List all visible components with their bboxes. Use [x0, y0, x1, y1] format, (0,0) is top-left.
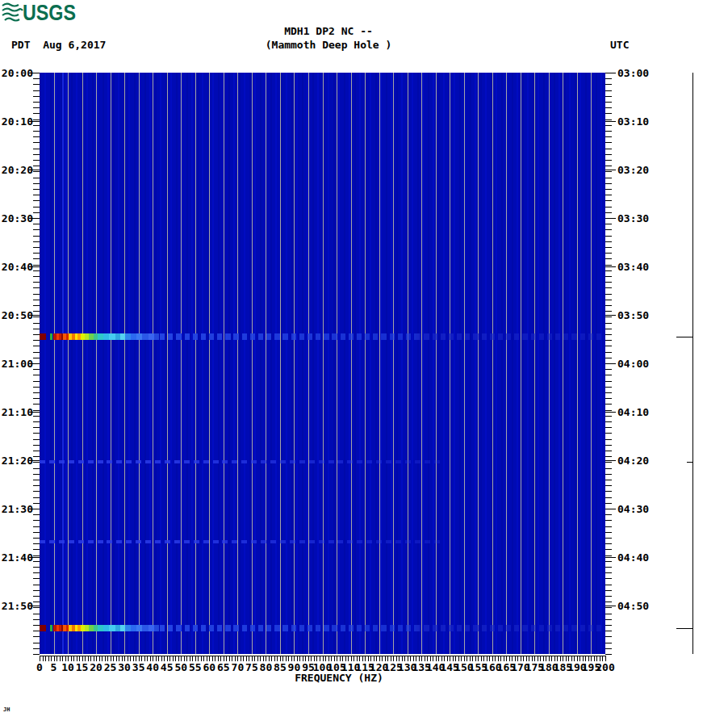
right-axis-minor-tick	[605, 340, 612, 341]
frequency-minor-tick	[554, 656, 555, 661]
frequency-minor-tick	[323, 656, 324, 661]
right-axis-minor-tick	[605, 166, 612, 166]
right-axis-minor-tick	[605, 410, 612, 411]
event-band-segment	[250, 625, 255, 631]
frequency-gridline	[68, 73, 69, 654]
event-band-segment	[373, 625, 378, 631]
event-band-segment	[59, 460, 65, 463]
frequency-minor-tick	[192, 656, 193, 661]
frequency-minor-tick	[90, 656, 91, 661]
event-band-segment	[347, 460, 353, 463]
right-axis-minor-tick	[605, 270, 612, 271]
frequency-gridline	[294, 73, 295, 654]
left-axis-minor-tick	[33, 567, 40, 568]
frequency-minor-tick	[413, 656, 414, 661]
frequency-gridline	[492, 73, 493, 654]
event-band-segment	[457, 333, 462, 340]
frequency-minor-tick	[128, 656, 128, 661]
event-band-segment	[266, 625, 271, 631]
event-band-segment	[194, 460, 199, 463]
frequency-gridline	[534, 73, 535, 654]
frequency-minor-tick	[433, 656, 433, 661]
frequency-minor-tick	[305, 656, 306, 661]
event-band-segment	[274, 625, 279, 631]
event-band-segment	[59, 540, 65, 543]
event-band-weak	[40, 540, 605, 543]
frequency-minor-tick	[399, 656, 400, 661]
event-band-segment	[201, 333, 206, 340]
event-band-segment	[131, 625, 136, 631]
frequency-minor-tick	[370, 656, 371, 661]
left-axis-minor-tick	[33, 543, 40, 544]
right-axis-minor-tick	[605, 294, 612, 295]
frequency-minor-tick	[500, 656, 501, 661]
frequency-gridline	[266, 73, 266, 654]
event-band-segment	[415, 540, 420, 543]
event-band-segment	[328, 540, 334, 543]
right-axis-minor-tick	[605, 102, 612, 103]
frequency-minor-tick	[427, 656, 428, 661]
event-band-segment	[109, 625, 115, 631]
right-axis-time-label: 03:00	[617, 68, 649, 78]
left-axis-minor-tick	[33, 131, 40, 132]
event-band-segment	[434, 460, 440, 463]
frequency-minor-tick	[374, 656, 374, 661]
event-band-segment	[332, 625, 337, 631]
frequency-minor-tick	[351, 656, 352, 661]
frequency-minor-tick	[487, 656, 487, 661]
left-axis-minor-tick	[33, 107, 40, 108]
frequency-minor-tick	[560, 656, 561, 661]
detection-event-tick	[676, 628, 692, 629]
frequency-minor-tick	[218, 656, 219, 661]
frequency-minor-tick	[404, 656, 405, 661]
event-band-segment	[136, 625, 142, 631]
event-band-segment	[232, 460, 237, 463]
event-band-segment	[308, 625, 312, 631]
event-band-segment	[441, 625, 446, 631]
left-axis-minor-tick	[33, 549, 40, 550]
event-band-segment	[366, 460, 372, 463]
left-axis-time-label: 20:50	[0, 310, 33, 321]
frequency-minor-tick	[314, 656, 315, 661]
frequency-minor-tick	[549, 656, 550, 661]
left-axis-minor-tick	[33, 619, 40, 620]
event-band-segment	[258, 625, 263, 631]
right-axis-minor-tick	[605, 258, 612, 259]
frequency-minor-tick	[226, 656, 227, 661]
event-band-segment	[270, 540, 276, 543]
frequency-minor-tick	[173, 656, 174, 661]
frequency-minor-tick	[441, 656, 442, 661]
event-band-segment	[299, 460, 305, 463]
usgs-wave-icon	[2, 4, 23, 21]
right-axis-minor-tick	[605, 468, 612, 469]
right-axis-minor-tick	[605, 392, 612, 393]
event-band-segment	[441, 333, 446, 340]
frequency-minor-tick	[506, 656, 507, 661]
right-axis-minor-tick	[605, 183, 612, 184]
left-axis-minor-tick	[33, 113, 40, 114]
spectrogram-page: USGS PDT Aug 6,2017 MDH1 DP2 NC -- (Mamm…	[0, 0, 728, 721]
right-axis-major-tick	[605, 412, 616, 413]
event-band-segment	[365, 625, 370, 631]
right-axis-minor-tick	[605, 369, 612, 370]
spectrogram-plot[interactable]	[40, 73, 605, 654]
frequency-minor-tick	[175, 656, 176, 661]
frequency-minor-tick	[359, 656, 360, 661]
right-axis-minor-tick	[605, 585, 612, 585]
event-band-segment	[131, 333, 136, 340]
event-band-segment	[588, 625, 593, 631]
right-axis-major-tick	[605, 121, 616, 122]
event-band-segment	[261, 460, 266, 463]
frequency-minor-tick	[498, 656, 499, 661]
frequency-minor-tick	[286, 656, 287, 661]
frequency-gridline	[408, 73, 408, 654]
event-band-segment	[514, 333, 519, 340]
frequency-minor-tick	[62, 656, 63, 661]
right-axis-minor-tick	[605, 90, 612, 91]
frequency-minor-tick	[410, 656, 411, 661]
event-band-segment	[547, 625, 552, 631]
event-band-segment	[395, 460, 401, 463]
frequency-tick-label: 55	[189, 662, 202, 673]
left-axis-minor-tick	[33, 631, 40, 631]
footer-mark: JH	[3, 707, 10, 713]
